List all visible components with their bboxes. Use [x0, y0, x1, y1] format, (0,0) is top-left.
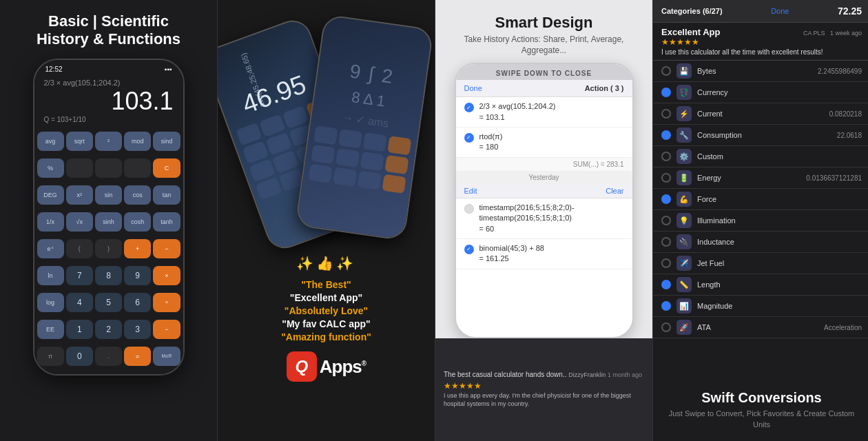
review-strip-reviewer: The best casual calculator hands down.. …: [444, 371, 644, 378]
label-jetfuel: Jet Fuel: [697, 259, 856, 267]
check-2: ✓: [464, 133, 474, 143]
calc-btn-5[interactable]: 5: [95, 293, 122, 312]
calc-btn-mr[interactable]: M±R: [153, 347, 180, 366]
calc-btn-empty3[interactable]: [124, 158, 151, 178]
tilted-phones-container: avg(45.25;48.65) 46.95 9 ∫ 2 8 Δ 1 → ✓ a…: [227, 14, 426, 248]
value-energy: 0.0136637121281: [806, 174, 862, 182]
calc-btn-mod[interactable]: mod: [124, 132, 151, 151]
review-item-2: "Excellent App": [281, 292, 371, 303]
excellent-title: Excellent App: [661, 27, 720, 37]
calc-btn-deg[interactable]: DEG: [37, 185, 64, 205]
calc-btn-2[interactable]: 2: [95, 320, 122, 339]
time-display: 12:52: [45, 65, 63, 73]
calc-btn-div[interactable]: ÷: [153, 293, 180, 312]
label-energy: Energy: [697, 174, 800, 182]
radio-current[interactable]: [661, 109, 671, 119]
calc-btn-8[interactable]: 8: [95, 266, 122, 285]
radio-force[interactable]: [661, 194, 671, 204]
phone-mockup-1: 12:52 ▪▪▪ 2/3 × avg(105.1;204.2) 103.1 Q…: [33, 59, 185, 376]
radio-jetfuel[interactable]: [661, 258, 671, 268]
conv-list: 💾 Bytes 2.2455986499 💱 Currency ⚡ Curren…: [653, 61, 868, 382]
icon-ata: 🚀: [676, 320, 692, 335]
label-inductance: Inductance: [697, 238, 856, 246]
calc-btn-pi[interactable]: π: [37, 347, 64, 366]
calc-btn-1[interactable]: 1: [66, 320, 93, 339]
tilted-btn-grid-right: [302, 119, 417, 200]
radio-bytes[interactable]: [661, 66, 671, 76]
label-custom: Custom: [697, 152, 856, 161]
conv-row-consumption: 🔧 Consumption 22.0618: [653, 125, 868, 146]
calc-btn-x2[interactable]: x²: [66, 185, 93, 205]
icon-consumption: 🔧: [676, 127, 692, 143]
radio-currency[interactable]: [661, 88, 671, 97]
calc-btn-sqrt[interactable]: sqrt: [66, 132, 93, 151]
calc-btn-log[interactable]: log: [37, 293, 64, 312]
entry-text-1: 2/3 × avg(105.1;204.2)= 103.1: [479, 101, 556, 123]
radio-custom[interactable]: [661, 152, 671, 161]
calc-btn-4[interactable]: 4: [66, 293, 93, 312]
radio-consumption[interactable]: [661, 130, 671, 140]
review-body: I use this app every day. I'm the chief …: [444, 392, 644, 408]
calc-btn-plus[interactable]: +: [124, 239, 151, 258]
label-bytes: Bytes: [697, 67, 812, 75]
calc-btn-pct[interactable]: %: [37, 158, 64, 178]
calc-btn-sind[interactable]: sind: [153, 132, 180, 151]
calc-btn-mul[interactable]: ×: [153, 266, 180, 285]
calc-btn-empty1[interactable]: [66, 158, 93, 178]
radio-inductance[interactable]: [661, 237, 671, 247]
conv-row-ata: 🚀 ATA Acceleration: [653, 317, 868, 338]
calc-btn-sqrtx[interactable]: √x: [66, 212, 93, 232]
radio-ata[interactable]: [661, 322, 671, 332]
calc-buttons: avg sqrt ² mod sind % C DEG x² sin cos t…: [34, 129, 183, 374]
review-age: 1 month ago: [608, 371, 642, 378]
calc-subexpr: Q = 103+1/10: [44, 116, 174, 123]
calc-btn-minus2[interactable]: −: [153, 320, 180, 339]
review-item-5: "Amazing function": [281, 331, 371, 342]
calc-btn-cos[interactable]: cos: [124, 185, 151, 205]
calc-btn-0[interactable]: 0: [66, 347, 93, 366]
calc-btn-3[interactable]: 3: [124, 320, 151, 339]
conversions-top: Categories (6/27) Done 72.25 Excellent A…: [653, 0, 868, 382]
radio-illumination[interactable]: [661, 216, 671, 225]
conv-row-bytes: 💾 Bytes 2.2455986499: [653, 61, 868, 82]
review-item-3: "Absolutely Love": [281, 305, 371, 316]
calc-btn-minus[interactable]: −: [153, 239, 180, 258]
panel-swift-conversions: Categories (6/27) Done 72.25 Excellent A…: [653, 0, 868, 441]
calc-btn-9[interactable]: 9: [124, 266, 151, 285]
value-bytes: 2.2455986499: [818, 68, 862, 75]
panel-reviews: avg(45.25;48.65) 46.95 9 ∫ 2 8 Δ 1 → ✓ a…: [218, 0, 435, 441]
calc-btn-lparen[interactable]: (: [66, 239, 93, 258]
conv-row-length: 📏 Length: [653, 274, 868, 296]
calc-btn-ee[interactable]: EE: [37, 320, 64, 339]
calc-btn-ln[interactable]: ln: [37, 266, 64, 285]
calc-btn-avg[interactable]: avg: [37, 132, 64, 151]
calc-btn-sq[interactable]: ²: [95, 132, 122, 151]
radio-length[interactable]: [661, 280, 671, 289]
calc-btn-6[interactable]: 6: [124, 293, 151, 312]
calc-btn-empty2[interactable]: [95, 158, 122, 178]
calc-btn-inv[interactable]: 1/x: [37, 212, 64, 232]
calc-btn-ex[interactable]: eˣ: [37, 239, 64, 258]
calc-btn-sinh[interactable]: sinh: [95, 212, 122, 232]
calc-btn-tanh[interactable]: tanh: [153, 212, 180, 232]
clear-btn[interactable]: Clear: [606, 187, 623, 195]
calc-btn-cosh[interactable]: cosh: [124, 212, 151, 232]
calc-btn-eq[interactable]: =: [124, 347, 151, 366]
radio-magnitude[interactable]: [661, 301, 671, 311]
calc-btn-tan[interactable]: tan: [153, 185, 180, 205]
calc-btn-dot[interactable]: .: [95, 347, 122, 366]
done-btn[interactable]: Done: [464, 84, 482, 92]
done-label[interactable]: Done: [771, 7, 789, 15]
check-3: [464, 204, 474, 214]
entry-text-3: timestamp(2016;5;15;8;2;0)-timestamp(201…: [479, 203, 575, 234]
radio-energy[interactable]: [661, 173, 671, 183]
calc-btn-sin[interactable]: sin: [95, 185, 122, 205]
conv-row-custom: ⚙️ Custom: [653, 146, 868, 167]
label-magnitude: Magnitude: [697, 302, 856, 310]
label-current: Current: [697, 110, 824, 118]
calc-btn-clear[interactable]: C: [153, 158, 180, 178]
edit-btn[interactable]: Edit: [464, 187, 477, 195]
swipe-bar: SWIPE DOWN TO CLOSE: [456, 64, 632, 80]
calc-btn-7[interactable]: 7: [66, 266, 93, 285]
calc-btn-rparen[interactable]: ): [95, 239, 122, 258]
